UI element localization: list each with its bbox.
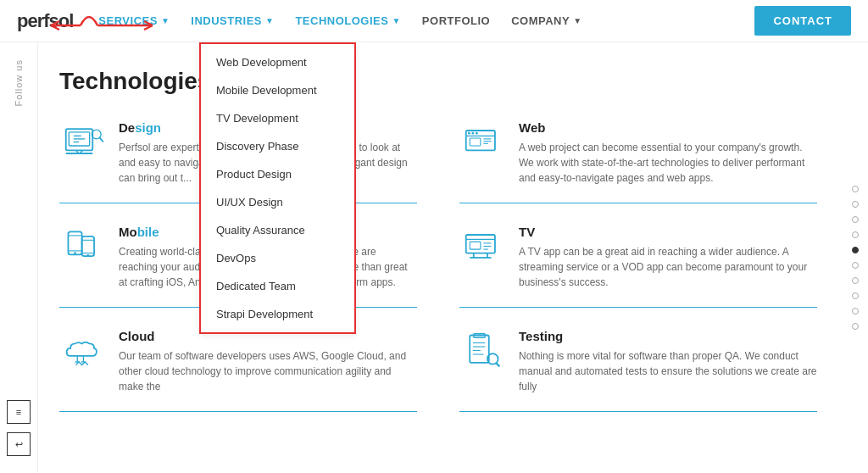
nav-dot-9[interactable] <box>852 308 859 314</box>
nav-dot-8[interactable] <box>852 292 859 299</box>
svg-rect-15 <box>470 138 481 146</box>
follow-us-label: Follow us <box>14 59 24 106</box>
cloud-icon <box>59 329 106 371</box>
page-title: TechnoloTechnologies <box>59 68 817 95</box>
web-icon <box>459 120 506 163</box>
nav-industries[interactable]: INDUSTRIES ▼ <box>191 14 274 27</box>
service-card-web: Web A web project can become essential t… <box>459 120 817 203</box>
service-card-tv: TV A TV app can be a great aid in reachi… <box>459 225 817 308</box>
service-info-web: Web A web project can become essential t… <box>519 120 817 186</box>
nav-industries-arrow: ▼ <box>265 16 274 25</box>
nav-portfolio[interactable]: PORTFOLIO <box>422 14 490 27</box>
dropdown-item-devops[interactable]: DevOps <box>201 244 354 272</box>
page-content: TechnoloTechnologies <box>38 42 843 473</box>
svg-point-22 <box>74 252 76 254</box>
nav-technologies-arrow: ▼ <box>392 16 400 25</box>
service-card-cloud: Cloud Our team of software developers us… <box>59 329 417 412</box>
tv-icon <box>459 225 506 267</box>
services-grid: Design Perfsol are experts at creating s… <box>59 120 817 416</box>
nav-technologies-label: TECHNOLOGIES <box>295 14 388 27</box>
service-title-web: Web <box>519 120 817 135</box>
contact-button[interactable]: CONTACT <box>754 6 851 36</box>
right-sidebar-dots <box>843 42 868 473</box>
svg-line-45 <box>495 362 499 366</box>
service-title-tv: TV <box>519 225 817 239</box>
dropdown-item-strapi[interactable]: Strapi Development <box>201 300 354 328</box>
nav-dot-4[interactable] <box>852 231 859 238</box>
design-icon <box>59 120 106 163</box>
nav-dot-5[interactable] <box>852 247 859 253</box>
nav-dot-7[interactable] <box>852 277 859 284</box>
service-desc-tv: A TV app can be a great aid in reaching … <box>519 244 817 290</box>
dropdown-item-qa[interactable]: Quality Assurance <box>201 216 354 244</box>
nav-technologies[interactable]: TECHNOLOGIES ▼ <box>295 14 400 27</box>
service-card-testing: Testing Nothing is more vital for softwa… <box>459 329 817 412</box>
mobile-icon <box>59 225 106 267</box>
left-sidebar: Follow us ≡ ↩ <box>0 42 38 473</box>
svg-line-6 <box>99 137 103 142</box>
service-title-testing: Testing <box>519 329 817 343</box>
service-desc-cloud: Our team of software developers uses AWS… <box>119 348 417 394</box>
nav-company[interactable]: COMPANY ▼ <box>511 14 581 27</box>
logo[interactable]: perfsol <box>17 10 73 32</box>
service-info-tv: TV A TV app can be a great aid in reachi… <box>519 225 817 290</box>
svg-point-26 <box>86 253 89 256</box>
nav-company-arrow: ▼ <box>573 16 581 25</box>
services-dropdown: Web Development Mobile Development TV De… <box>199 42 356 334</box>
nav-dot-10[interactable] <box>852 323 859 330</box>
nav-services-label: SERVICES <box>98 14 158 27</box>
dropdown-item-dedicated[interactable]: Dedicated Team <box>201 272 354 300</box>
svg-point-13 <box>471 131 474 134</box>
service-desc-testing: Nothing is more vital for software than … <box>519 348 817 394</box>
service-info-testing: Testing Nothing is more vital for softwa… <box>519 329 817 394</box>
nav-dot-2[interactable] <box>852 201 859 208</box>
svg-point-12 <box>468 131 470 134</box>
nav-company-label: COMPANY <box>511 14 570 27</box>
svg-rect-38 <box>470 335 489 362</box>
nav-services-arrow: ▼ <box>161 16 170 25</box>
dropdown-item-discovery[interactable]: Discovery Phase <box>201 132 354 160</box>
sidebar-icon-list[interactable]: ≡ <box>7 400 31 424</box>
dropdown-item-uiux[interactable]: UI/UX Design <box>201 188 354 216</box>
testing-icon <box>459 329 506 371</box>
navbar: perfsol SERVICES ▼ INDUSTRIES ▼ TECHNOLO… <box>0 0 868 42</box>
nav-services[interactable]: SERVICES ▼ <box>98 14 170 27</box>
nav-industries-label: INDUSTRIES <box>191 14 262 27</box>
nav-portfolio-label: PORTFOLIO <box>422 14 490 27</box>
nav-links: SERVICES ▼ INDUSTRIES ▼ TECHNOLOGIES ▼ P… <box>98 14 754 27</box>
svg-point-14 <box>476 131 478 134</box>
nav-dot-1[interactable] <box>852 186 859 192</box>
svg-rect-32 <box>470 242 481 249</box>
dropdown-item-product-design[interactable]: Product Design <box>201 160 354 188</box>
nav-dot-6[interactable] <box>852 262 859 269</box>
main-content: Follow us ≡ ↩ TechnoloTechnologies <box>0 42 868 473</box>
sidebar-icons: ≡ ↩ <box>7 400 31 456</box>
nav-dot-3[interactable] <box>852 216 859 223</box>
dropdown-item-tv-dev[interactable]: TV Development <box>201 104 354 132</box>
service-desc-web: A web project can become essential to yo… <box>519 140 817 186</box>
service-info-cloud: Cloud Our team of software developers us… <box>119 329 417 394</box>
sidebar-icon-back[interactable]: ↩ <box>7 432 31 456</box>
dropdown-item-web-dev[interactable]: Web Development <box>201 48 354 76</box>
dropdown-item-mobile-dev[interactable]: Mobile Development <box>201 76 354 104</box>
